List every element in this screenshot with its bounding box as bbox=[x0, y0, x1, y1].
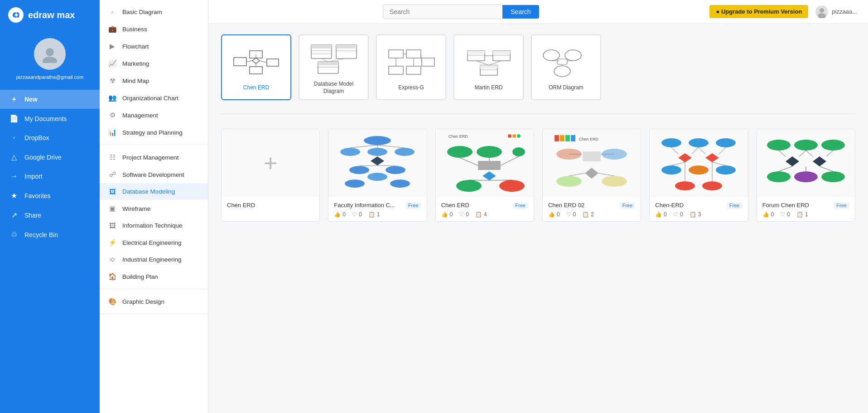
sidebar-navigation: + New 📄 My Documents ◦ DropBox △ Google … bbox=[0, 90, 100, 244]
sidebar: edraw max pizzaaandparatha@gmail.com + N… bbox=[0, 0, 100, 413]
user-menu[interactable]: pizzaaa... bbox=[815, 5, 857, 18]
template-label-database-model: Database Model Diagram bbox=[304, 81, 363, 95]
category-strategy-and-planning[interactable]: 📊 Strategy and Planning bbox=[100, 124, 208, 141]
database-icon: 🖼 bbox=[108, 188, 117, 195]
svg-line-44 bbox=[476, 61, 489, 65]
sidebar-item-my-documents[interactable]: 📄 My Documents bbox=[0, 109, 100, 128]
heart-icon-4: ♡ bbox=[673, 211, 678, 218]
forum-chen-erd-name: Forum Chen ERD bbox=[762, 202, 809, 209]
svg-line-68 bbox=[377, 165, 395, 166]
svg-point-118 bbox=[767, 140, 791, 151]
community-card-chen-erd-02[interactable]: Chen ERD bbox=[542, 129, 641, 222]
svg-line-110 bbox=[671, 147, 678, 154]
community-card-chen-erd-3[interactable]: Chen-ERD Free 👍 0 ♡ 0 📋 bbox=[649, 129, 748, 222]
chen-erd-02-name: Chen ERD 02 bbox=[548, 202, 584, 209]
basic-diagram-icon: ▫ bbox=[108, 8, 117, 16]
category-organizational-chart[interactable]: 👥 Organizational Chart bbox=[100, 89, 208, 107]
template-card-express-g[interactable]: Express-G bbox=[376, 34, 446, 100]
svg-line-114 bbox=[671, 162, 685, 165]
category-basic-diagram[interactable]: ▫ Basic Diagram bbox=[100, 4, 208, 20]
plus-icon: + bbox=[264, 150, 277, 177]
category-building-plan[interactable]: 🏠 Building Plan bbox=[100, 268, 208, 285]
sidebar-item-new[interactable]: + New bbox=[0, 90, 100, 109]
svg-marker-104 bbox=[705, 153, 719, 162]
upgrade-button[interactable]: Upgrade to Premium Version bbox=[709, 5, 808, 18]
thumbsup-icon-2: 👍 bbox=[441, 211, 448, 218]
chen-erd-3-thumb bbox=[650, 129, 747, 197]
svg-point-74 bbox=[477, 146, 502, 158]
svg-rect-85 bbox=[555, 135, 559, 141]
svg-point-102 bbox=[716, 138, 736, 147]
svg-point-119 bbox=[794, 140, 818, 151]
industrial-icon: ⛭ bbox=[108, 256, 117, 263]
chen-erd-1-copies: 📋 4 bbox=[475, 211, 487, 218]
chen-erd-1-stats: 👍 0 ♡ 0 📋 4 bbox=[441, 211, 528, 218]
template-card-chen-erd[interactable]: Chen ERD bbox=[221, 34, 291, 100]
community-card-chen-erd-1[interactable]: Chen ERD bbox=[435, 129, 534, 222]
faculty-badge: Free bbox=[405, 202, 421, 209]
sidebar-item-dropbox[interactable]: ◦ DropBox bbox=[0, 128, 100, 147]
category-database-modeling[interactable]: 🖼 Database Modeling bbox=[100, 183, 208, 200]
category-industrial-engineering[interactable]: ⛭ Industrial Engineering bbox=[100, 251, 208, 268]
chen-erd-1-thumb: Chen ERD bbox=[436, 129, 534, 197]
user-email: pizzaaandparatha@gmail.com bbox=[13, 74, 87, 80]
new-card-name: Chen ERD bbox=[227, 202, 255, 209]
svg-point-49 bbox=[554, 66, 570, 77]
svg-rect-19 bbox=[336, 45, 357, 49]
svg-point-108 bbox=[675, 181, 695, 190]
category-flowchart[interactable]: ▶ Flowchart bbox=[100, 38, 208, 55]
template-label-express-g: Express-G bbox=[398, 84, 424, 92]
sidebar-item-import[interactable]: → Import bbox=[0, 167, 100, 186]
category-information-technique[interactable]: 🖼 Information Technique bbox=[100, 217, 208, 234]
svg-point-62 bbox=[345, 180, 365, 188]
category-electrical-engineering[interactable]: ⚡ Electrical Engineering bbox=[100, 234, 208, 251]
template-card-orm-diagram[interactable]: ORM Diagram bbox=[531, 34, 601, 100]
sidebar-item-recycle-bin[interactable]: ♲ Recycle Bin bbox=[0, 225, 100, 244]
svg-rect-27 bbox=[406, 50, 421, 58]
chen-erd-02-likes: 👍 0 bbox=[548, 211, 560, 218]
chen-erd-3-likes: 👍 0 bbox=[655, 211, 667, 218]
category-group-1: ▫ Basic Diagram 💼 Business ▶ Flowchart 📈… bbox=[100, 0, 208, 145]
strategy-icon: 📊 bbox=[108, 128, 117, 136]
chen-erd-1-loves: ♡ 0 bbox=[459, 211, 469, 218]
community-card-faculty[interactable]: Faculty Information C... Free 👍 0 ♡ 0 bbox=[328, 129, 427, 222]
svg-rect-26 bbox=[389, 50, 403, 58]
svg-line-132 bbox=[820, 166, 833, 171]
community-card-forum-chen-erd[interactable]: Forum Chen ERD Free 👍 0 ♡ 0 📋 bbox=[757, 129, 855, 222]
svg-point-70 bbox=[508, 134, 511, 138]
thumbsup-icon-5: 👍 bbox=[762, 211, 769, 218]
category-wireframe[interactable]: ▣ Wireframe bbox=[100, 200, 208, 217]
electrical-icon: ⚡ bbox=[108, 238, 117, 247]
svg-line-24 bbox=[321, 58, 328, 62]
forum-chen-erd-loves: ♡ 0 bbox=[780, 211, 790, 218]
category-graphic-design[interactable]: 🎨 Graphic Design bbox=[100, 293, 208, 310]
category-project-management[interactable]: ☷ Project Management bbox=[100, 149, 208, 166]
svg-marker-58 bbox=[371, 156, 384, 165]
category-marketing[interactable]: 📈 Marketing bbox=[100, 55, 208, 72]
category-business[interactable]: 💼 Business bbox=[100, 20, 208, 38]
category-mind-map[interactable]: ☢ Mind Map bbox=[100, 72, 208, 89]
search-input[interactable] bbox=[383, 5, 502, 19]
svg-point-55 bbox=[340, 148, 360, 156]
chen-erd-1-badge: Free bbox=[512, 202, 528, 209]
svg-line-111 bbox=[692, 147, 699, 154]
new-icon: + bbox=[9, 95, 19, 103]
template-card-martin-erd[interactable]: Martin ERD bbox=[453, 34, 524, 100]
chen-erd-02-stats: 👍 0 ♡ 0 📋 2 bbox=[548, 211, 635, 218]
topbar: Search Upgrade to Premium Version pizzaa… bbox=[208, 0, 868, 24]
sidebar-item-favorites[interactable]: ★ Favorites bbox=[0, 186, 100, 205]
category-management[interactable]: ⚙ Management bbox=[100, 107, 208, 124]
svg-rect-92 bbox=[583, 151, 601, 161]
sidebar-item-share[interactable]: ↗ Share bbox=[0, 205, 100, 225]
category-software-development[interactable]: ☍ Software Development bbox=[100, 166, 208, 183]
sidebar-item-my-documents-label: My Documents bbox=[24, 115, 67, 122]
svg-point-63 bbox=[390, 180, 410, 188]
search-button[interactable]: Search bbox=[502, 5, 539, 19]
building-icon: 🏠 bbox=[108, 272, 117, 281]
sidebar-item-google-drive[interactable]: △ Google Drive bbox=[0, 147, 100, 167]
community-card-new[interactable]: + Chen ERD bbox=[221, 129, 320, 222]
template-card-database-model[interactable]: Database Model Diagram bbox=[299, 34, 369, 100]
wireframe-icon: ▣ bbox=[108, 204, 117, 213]
chen-erd-3-info: Chen-ERD Free 👍 0 ♡ 0 📋 bbox=[650, 197, 747, 221]
svg-line-45 bbox=[489, 61, 502, 65]
